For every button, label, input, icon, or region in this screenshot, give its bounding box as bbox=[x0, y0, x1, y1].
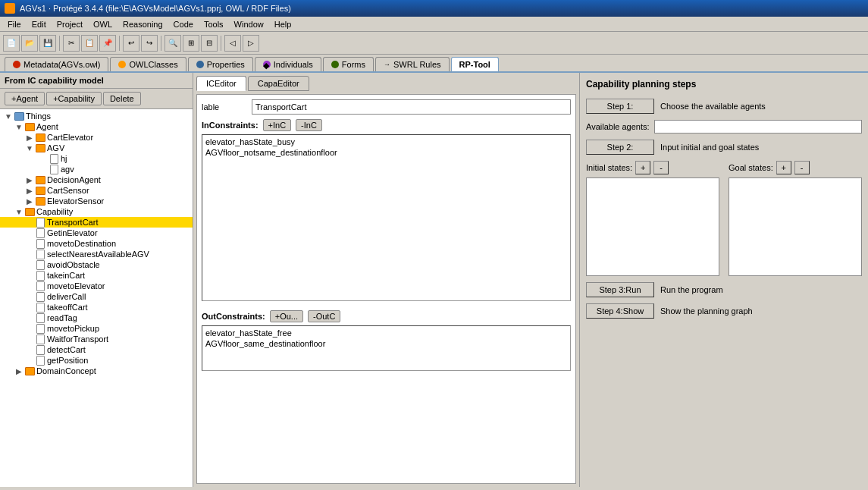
tree-domainconcept-label: DomainConcept bbox=[36, 366, 96, 375]
menu-edit[interactable]: Edit bbox=[27, 19, 51, 30]
tab-rptool[interactable]: RP-Tool bbox=[451, 57, 499, 71]
menu-reasoning[interactable]: Reasoning bbox=[118, 19, 168, 30]
toolbar-open[interactable]: 📂 bbox=[21, 35, 38, 52]
menu-window[interactable]: Window bbox=[230, 19, 268, 30]
decisionagent-toggle[interactable]: ▶ bbox=[24, 176, 35, 184]
toolbar-paste[interactable]: 📌 bbox=[99, 35, 116, 52]
tree-takeincart[interactable]: takeinCart bbox=[0, 270, 193, 281]
agv-leaf-file-icon bbox=[49, 165, 59, 174]
toolbar-redo[interactable]: ↪ bbox=[141, 35, 158, 52]
menu-project[interactable]: Project bbox=[52, 19, 87, 30]
tree-elevatorsensor[interactable]: ▶ ElevatorSensor bbox=[0, 196, 193, 206]
goal-states-box bbox=[729, 177, 862, 276]
toolbar-nav-back[interactable]: ◁ bbox=[224, 35, 241, 52]
avoidobstacle-icon bbox=[35, 260, 45, 269]
remove-inc-button[interactable]: -InC bbox=[296, 119, 322, 131]
tab-owlclasses[interactable]: OWLClasses bbox=[110, 57, 186, 71]
goal-states-remove[interactable]: - bbox=[794, 161, 810, 174]
tree-selectnearest[interactable]: selectNearestAvailableAGV bbox=[0, 249, 193, 259]
step3-button[interactable]: Step 3:Run bbox=[586, 282, 654, 297]
tab-metadata[interactable]: Metadata(AGVs.owl) bbox=[5, 57, 108, 71]
toolbar-undo[interactable]: ↩ bbox=[123, 35, 139, 52]
things-toggle[interactable]: ▼ bbox=[3, 112, 14, 121]
agent-toggle[interactable]: ▼ bbox=[14, 123, 24, 131]
toolbar-sep4 bbox=[221, 36, 221, 51]
tab-iceditor[interactable]: ICEditor bbox=[196, 76, 246, 91]
tab-individuals[interactable]: ◆ Individuals bbox=[255, 57, 321, 71]
tree-avoidobstacle[interactable]: avoidObstacle bbox=[0, 259, 193, 270]
tree-capability-label: Capability bbox=[36, 207, 73, 216]
menu-help[interactable]: Help bbox=[270, 19, 296, 30]
step2-button[interactable]: Step 2: bbox=[586, 140, 654, 155]
tree-readtag[interactable]: readTag bbox=[0, 313, 193, 323]
capability-tree[interactable]: ▼ Things ▼ Agent ▶ CartElevator ▼ bbox=[0, 109, 193, 487]
initial-states-box bbox=[586, 177, 719, 276]
tree-getposition-label: getPosition bbox=[47, 356, 88, 365]
outconstraints-header: OutConstraints: +Ou... -OutC bbox=[202, 310, 571, 322]
menu-tools[interactable]: Tools bbox=[199, 19, 228, 30]
label-row: lable bbox=[202, 99, 571, 115]
tree-cartelevator[interactable]: ▶ CartElevator bbox=[0, 132, 193, 143]
step4-button[interactable]: Step 4:Show bbox=[586, 303, 654, 319]
add-capability-button[interactable]: +Capability bbox=[46, 92, 102, 105]
tree-getinelevator[interactable]: GetinElevator bbox=[0, 228, 193, 238]
toolbar-b1[interactable]: ⊞ bbox=[183, 35, 199, 52]
toolbar-sep2 bbox=[119, 36, 120, 51]
tab-forms[interactable]: Forms bbox=[323, 57, 374, 71]
tree-capability[interactable]: ▼ Capability bbox=[0, 206, 193, 217]
tree-takeoffcart[interactable]: takeoffCart bbox=[0, 302, 193, 313]
initial-states-header: Initial states: + - bbox=[586, 161, 719, 174]
tree-hj[interactable]: hj bbox=[0, 153, 193, 164]
tree-getposition[interactable]: getPosition bbox=[0, 355, 193, 366]
tab-capaeditor[interactable]: CapaEditor bbox=[248, 76, 309, 91]
agv-toggle[interactable]: ▼ bbox=[24, 144, 35, 152]
delete-button[interactable]: Delete bbox=[103, 92, 141, 105]
toolbar-find[interactable]: 🔍 bbox=[165, 35, 181, 52]
toolbar-new[interactable]: 📄 bbox=[3, 35, 20, 52]
initial-states-add[interactable]: + bbox=[635, 161, 650, 174]
domainconcept-folder-icon bbox=[24, 366, 35, 375]
tree-movetoelevator[interactable]: movetoElevator bbox=[0, 281, 193, 291]
tree-agv-leaf[interactable]: agv bbox=[0, 164, 193, 174]
tree-agv[interactable]: ▼ AGV bbox=[0, 143, 193, 153]
toolbar-copy[interactable]: 📋 bbox=[81, 35, 98, 52]
tree-agent[interactable]: ▼ Agent bbox=[0, 121, 193, 132]
tab-swrl[interactable]: → SWRL Rules bbox=[375, 57, 450, 71]
capability-toggle[interactable]: ▼ bbox=[14, 208, 24, 216]
toolbar-nav-fwd[interactable]: ▷ bbox=[243, 35, 259, 52]
tab-properties[interactable]: Properties bbox=[188, 57, 253, 71]
add-agent-button[interactable]: +Agent bbox=[5, 92, 45, 105]
step4-row: Step 4:Show Show the planning graph bbox=[586, 303, 862, 319]
tree-detectcart[interactable]: detectCart bbox=[0, 344, 193, 355]
tree-waitfortransport[interactable]: WaitforTransport bbox=[0, 334, 193, 344]
label-input[interactable] bbox=[252, 99, 571, 115]
domainconcept-toggle[interactable]: ▶ bbox=[14, 367, 24, 375]
tree-things[interactable]: ▼ Things bbox=[0, 111, 193, 121]
cartelevator-toggle[interactable]: ▶ bbox=[24, 133, 35, 142]
menu-owl[interactable]: OWL bbox=[89, 19, 117, 30]
available-agents-label: Available agents: bbox=[586, 122, 650, 131]
available-agents-input[interactable] bbox=[654, 120, 862, 133]
cartsensor-toggle[interactable]: ▶ bbox=[24, 187, 35, 195]
tree-domainconcept[interactable]: ▶ DomainConcept bbox=[0, 366, 193, 376]
tree-delivercall[interactable]: deliverCall bbox=[0, 291, 193, 302]
tree-movetodestination[interactable]: movetoDestination bbox=[0, 238, 193, 249]
add-inc-button[interactable]: +InC bbox=[263, 119, 292, 131]
toolbar-cut[interactable]: ✂ bbox=[63, 35, 80, 52]
add-outc-button[interactable]: +Ou... bbox=[270, 310, 303, 322]
goal-states-add[interactable]: + bbox=[776, 161, 791, 174]
step1-button[interactable]: Step 1: bbox=[586, 99, 654, 114]
remove-outc-button[interactable]: -OutC bbox=[308, 310, 340, 322]
tree-decisionagent[interactable]: ▶ DecisionAgent bbox=[0, 174, 193, 185]
menu-file[interactable]: File bbox=[3, 19, 26, 30]
tree-transportcart[interactable]: TransportCart bbox=[0, 217, 193, 228]
initial-states-label: Initial states: bbox=[586, 163, 632, 172]
initial-states-remove[interactable]: - bbox=[653, 161, 669, 174]
elevatorsensor-toggle[interactable]: ▶ bbox=[24, 197, 35, 206]
menu-code[interactable]: Code bbox=[169, 19, 198, 30]
toolbar-save[interactable]: 💾 bbox=[39, 35, 56, 52]
tree-agent-label: Agent bbox=[36, 122, 58, 131]
toolbar-b2[interactable]: ⊟ bbox=[201, 35, 218, 52]
tree-movetopickup[interactable]: movetoPickup bbox=[0, 323, 193, 334]
tree-cartsensor[interactable]: ▶ CartSensor bbox=[0, 185, 193, 196]
